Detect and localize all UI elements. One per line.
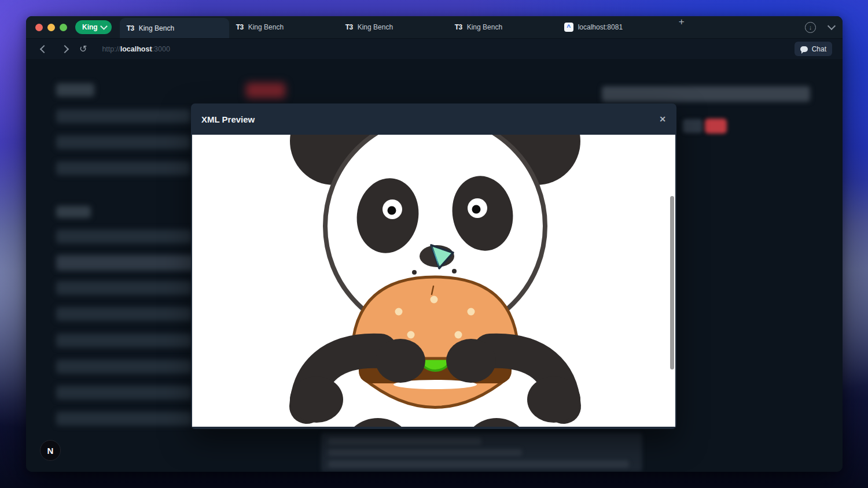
zoom-window-button[interactable]: [60, 24, 67, 31]
tab-king-bench-1[interactable]: T3 King Bench: [120, 18, 229, 38]
xml-preview-modal: XML Preview ✕: [191, 103, 676, 429]
url-scheme: http://: [102, 45, 120, 53]
blurred-heading: [56, 206, 91, 218]
blurred-row: [56, 109, 190, 123]
tab-king-bench-3[interactable]: T3 King Bench: [339, 16, 448, 38]
blurred-row: [56, 135, 190, 149]
nextjs-logo: N: [40, 440, 61, 461]
blurred-row: [56, 230, 192, 243]
blurred-chip: [683, 119, 703, 133]
chat-label: Chat: [812, 45, 826, 53]
blurred-row: [56, 161, 190, 175]
url-host: localhost: [120, 45, 152, 53]
modal-body: [192, 135, 675, 427]
blurred-row-highlighted: [56, 255, 195, 271]
blurred-input: [602, 86, 810, 102]
blurred-row: [56, 386, 192, 400]
tab-label: King Bench: [467, 23, 502, 31]
browser-window: King T3 King Bench T3 King Bench T3 King…: [26, 16, 843, 472]
window-chevron-down-icon[interactable]: [827, 22, 836, 30]
caret-app-icon: ^: [564, 23, 573, 32]
blurred-text-line: [328, 460, 629, 468]
page-content: N XML Preview ✕: [26, 59, 843, 472]
navigation-bar: ↻ http://localhost:3000 Chat: [26, 38, 843, 59]
tab-label: localhost:8081: [578, 23, 623, 31]
blurred-row: [56, 360, 192, 374]
back-button[interactable]: [39, 45, 47, 53]
blurred-text-line: [328, 438, 481, 445]
blurred-row: [56, 412, 192, 426]
downloads-icon[interactable]: ↓: [805, 22, 816, 33]
tab-strip: T3 King Bench T3 King Bench T3 King Benc…: [120, 16, 689, 38]
back-icon: [40, 45, 48, 53]
blurred-row: [56, 281, 192, 295]
minimize-window-button[interactable]: [47, 24, 55, 31]
close-window-button[interactable]: [35, 24, 43, 31]
tab-king-bench-2[interactable]: T3 King Bench: [229, 16, 339, 38]
chevron-down-icon: [100, 23, 108, 30]
new-tab-button[interactable]: +: [675, 16, 689, 38]
blurred-text-line: [328, 449, 522, 456]
profile-label: King: [82, 23, 98, 31]
panda-burger-illustration: [192, 135, 675, 427]
modal-title: XML Preview: [201, 114, 255, 124]
tab-king-bench-4[interactable]: T3 King Bench: [448, 16, 557, 38]
forward-button[interactable]: [60, 45, 68, 53]
tab-label: King Bench: [248, 23, 284, 31]
blurred-red-button: [246, 83, 285, 98]
blurred-row: [56, 307, 192, 321]
profile-menu-button[interactable]: King: [75, 20, 112, 34]
traffic-lights: [35, 24, 67, 31]
address-bar[interactable]: http://localhost:3000: [102, 45, 170, 53]
modal-header: XML Preview ✕: [191, 103, 676, 135]
url-port: :3000: [152, 45, 170, 53]
forward-icon: [61, 45, 69, 53]
reload-icon[interactable]: ↻: [79, 45, 87, 54]
chat-button[interactable]: Chat: [795, 42, 832, 56]
tab-localhost-8081[interactable]: ^ localhost:8081: [557, 16, 667, 38]
tabbar-right-controls: ↓: [805, 16, 834, 38]
t3-icon: T3: [236, 23, 244, 31]
t3-icon: T3: [455, 23, 462, 31]
tab-label: King Bench: [139, 24, 174, 32]
tab-label: King Bench: [358, 23, 393, 31]
t3-icon: T3: [345, 23, 353, 31]
blurred-row: [56, 334, 192, 347]
blurred-red-badge: [705, 119, 727, 134]
t3-icon: T3: [127, 24, 134, 32]
tab-bar: King T3 King Bench T3 King Bench T3 King…: [26, 16, 843, 38]
close-icon[interactable]: ✕: [659, 114, 666, 124]
chat-bubble-icon: [800, 46, 808, 52]
modal-scrollbar[interactable]: [670, 196, 674, 369]
blurred-heading: [56, 83, 94, 97]
